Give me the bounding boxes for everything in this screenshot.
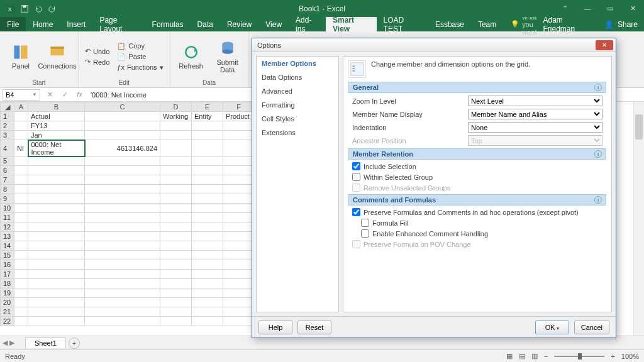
- add-sheet-button[interactable]: +: [69, 337, 80, 349]
- info-icon[interactable]: i: [594, 196, 602, 204]
- cell[interactable]: [192, 307, 223, 317]
- cell[interactable]: [28, 175, 85, 185]
- cell[interactable]: [192, 156, 223, 166]
- col-header[interactable]: F: [223, 102, 255, 112]
- cell[interactable]: [160, 213, 192, 222]
- cell[interactable]: [85, 307, 160, 317]
- cell[interactable]: [14, 270, 28, 279]
- cell[interactable]: [192, 175, 223, 185]
- cell[interactable]: [223, 175, 255, 185]
- row-header[interactable]: 2: [1, 121, 14, 131]
- cell[interactable]: [160, 222, 192, 232]
- row-header[interactable]: 22: [1, 317, 14, 326]
- nav-member-options[interactable]: Member Options: [257, 57, 338, 70]
- minimize-icon[interactable]: —: [576, 0, 599, 17]
- cell[interactable]: [14, 232, 28, 241]
- cell[interactable]: [160, 288, 192, 298]
- cell[interactable]: [28, 213, 85, 222]
- tab-insert[interactable]: Insert: [60, 17, 92, 31]
- row-header[interactable]: 11: [1, 213, 14, 222]
- cell[interactable]: [160, 260, 192, 270]
- page-break-icon[interactable]: ▥: [531, 352, 538, 360]
- tab-smart-view[interactable]: Smart View: [326, 17, 377, 31]
- row-header[interactable]: 19: [1, 288, 14, 298]
- col-header[interactable]: A: [14, 102, 28, 112]
- cell[interactable]: [192, 317, 223, 326]
- cancel-icon[interactable]: ✕: [47, 90, 53, 99]
- col-header[interactable]: E: [192, 102, 223, 112]
- cell[interactable]: [28, 251, 85, 260]
- reset-button[interactable]: Reset: [297, 321, 331, 334]
- cell[interactable]: [160, 131, 192, 140]
- cell[interactable]: [223, 194, 255, 204]
- cell[interactable]: [160, 241, 192, 251]
- row-header[interactable]: 10: [1, 204, 14, 213]
- normal-view-icon[interactable]: ▦: [506, 352, 513, 360]
- cell[interactable]: [14, 288, 28, 298]
- row-header[interactable]: 17: [1, 270, 14, 279]
- cell[interactable]: [85, 121, 160, 131]
- cell[interactable]: [85, 270, 160, 279]
- info-icon[interactable]: i: [594, 84, 602, 91]
- cell[interactable]: [14, 317, 28, 326]
- scrollbar-thumb[interactable]: [635, 114, 643, 140]
- cell[interactable]: FY13: [28, 121, 85, 131]
- cell[interactable]: [223, 131, 255, 140]
- cell[interactable]: [192, 194, 223, 204]
- tab-review[interactable]: Review: [220, 17, 258, 31]
- cell[interactable]: [28, 279, 85, 288]
- row-header[interactable]: 1: [1, 112, 14, 121]
- cell[interactable]: [85, 279, 160, 288]
- zoom-thumb[interactable]: [578, 353, 582, 359]
- select-all-corner[interactable]: ◢: [1, 102, 14, 112]
- cell[interactable]: [85, 185, 160, 194]
- cell[interactable]: [160, 307, 192, 317]
- tab-home[interactable]: Home: [26, 17, 60, 31]
- tell-me-search[interactable]: 💡 Tell me what you want to do...: [503, 17, 536, 31]
- row-header[interactable]: 14: [1, 241, 14, 251]
- cell[interactable]: [192, 222, 223, 232]
- enhanced-comment-checkbox[interactable]: [361, 229, 369, 238]
- nav-advanced[interactable]: Advanced: [257, 84, 338, 98]
- tab-essbase[interactable]: Essbase: [428, 17, 471, 31]
- cell[interactable]: [28, 166, 85, 175]
- preserve-formulas-checkbox[interactable]: [352, 208, 360, 216]
- tab-formulas[interactable]: Formulas: [145, 17, 191, 31]
- tab-page-layout[interactable]: Page Layout: [92, 17, 145, 31]
- cell[interactable]: [14, 156, 28, 166]
- cell[interactable]: [160, 121, 192, 131]
- close-icon[interactable]: ✕: [621, 0, 644, 17]
- member-display-select[interactable]: Member Name and Alias: [468, 109, 602, 119]
- name-box[interactable]: B4▼: [3, 89, 40, 101]
- enter-icon[interactable]: ✓: [62, 90, 68, 99]
- cancel-button[interactable]: Cancel: [574, 321, 609, 334]
- redo-icon[interactable]: [48, 4, 57, 13]
- cell[interactable]: [85, 166, 160, 175]
- cell[interactable]: [160, 156, 192, 166]
- cell[interactable]: [14, 131, 28, 140]
- refresh-button[interactable]: Refresh: [174, 34, 208, 79]
- cell[interactable]: [85, 131, 160, 140]
- cell[interactable]: [28, 307, 85, 317]
- cell[interactable]: [28, 298, 85, 307]
- cell[interactable]: [192, 279, 223, 288]
- cell[interactable]: [160, 175, 192, 185]
- zoom-in-icon[interactable]: +: [611, 353, 614, 360]
- nav-data-options[interactable]: Data Options: [257, 70, 338, 84]
- cell[interactable]: [223, 185, 255, 194]
- zoom-out-icon[interactable]: −: [544, 353, 548, 360]
- cell[interactable]: [223, 121, 255, 131]
- row-header[interactable]: 3: [1, 131, 14, 140]
- cell[interactable]: [14, 175, 28, 185]
- formula-fill-checkbox[interactable]: [361, 219, 369, 227]
- cell[interactable]: [223, 317, 255, 326]
- cell[interactable]: [14, 241, 28, 251]
- cell[interactable]: [85, 112, 160, 121]
- cell[interactable]: [223, 279, 255, 288]
- tab-data[interactable]: Data: [191, 17, 220, 31]
- cell[interactable]: Working: [160, 112, 192, 121]
- cell[interactable]: [14, 121, 28, 131]
- cell[interactable]: [14, 307, 28, 317]
- cell[interactable]: Product: [223, 112, 255, 121]
- row-header[interactable]: 12: [1, 222, 14, 232]
